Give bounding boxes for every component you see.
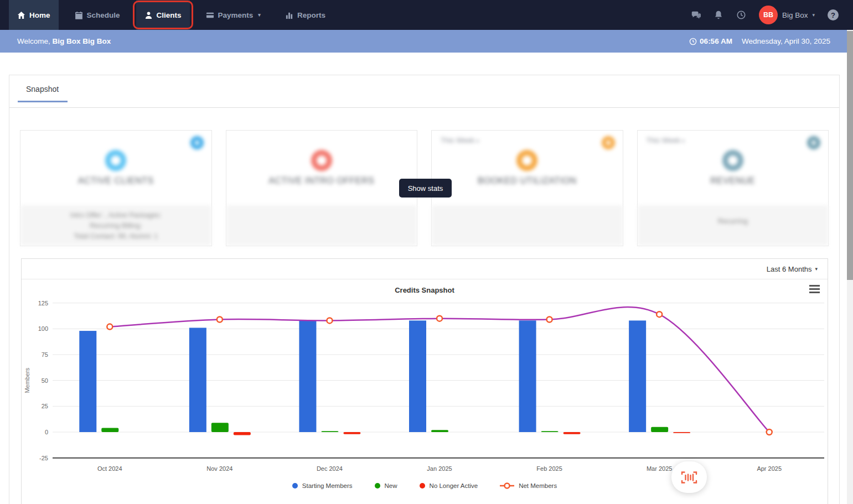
gear-circle-icon[interactable] (190, 136, 204, 149)
bar-no-longer-active[interactable] (564, 432, 581, 434)
credits-snapshot-card: Last 6 Months ▾ Credits Snapshot 1251007… (21, 258, 828, 504)
nav-item-label: Clients (157, 11, 182, 19)
vertical-scrollbar[interactable] (847, 30, 853, 504)
y-axis-tick-label: 25 (42, 403, 48, 409)
barcode-scan-icon (681, 470, 697, 485)
chart-menu-icon[interactable] (809, 285, 820, 295)
y-axis-tick-label: 100 (38, 325, 48, 332)
bar-new[interactable] (321, 431, 338, 432)
nav-item-schedule[interactable]: Schedule (66, 0, 128, 30)
datetime-area: 06:56 AM Wednesday, April 30, 2025 (689, 37, 847, 45)
bar-starting-members[interactable] (299, 320, 316, 432)
x-axis-label: Jan 2025 (427, 465, 452, 472)
donut-chart-icon (516, 150, 537, 171)
active-tab-underline (18, 101, 68, 102)
legend-dot-icon (375, 483, 380, 489)
y-axis-tick-label: 0 (45, 429, 48, 435)
stat-card-revenue[interactable]: This Week ▾ REVENUE Recurring (637, 130, 829, 246)
gear-circle-icon[interactable] (602, 136, 615, 149)
nav-item-label: Schedule (87, 11, 120, 19)
notifications-bell-icon[interactable] (714, 10, 723, 20)
legend-label: New (385, 482, 397, 489)
chevron-down-icon: ▾ (682, 138, 685, 144)
x-axis-label: Apr 2025 (757, 465, 782, 472)
clock-icon (689, 38, 697, 45)
net-members-marker[interactable] (547, 317, 552, 323)
legend-dot-icon (420, 483, 425, 489)
bar-no-longer-active[interactable] (343, 432, 360, 434)
bar-no-longer-active[interactable] (234, 432, 251, 435)
bar-no-longer-active[interactable] (673, 432, 690, 433)
bar-starting-members[interactable] (519, 320, 536, 432)
net-members-marker[interactable] (656, 311, 662, 317)
avatar[interactable]: BB (759, 6, 778, 24)
y-axis-tick-label: -25 (39, 455, 48, 461)
clock-history-icon[interactable] (736, 10, 746, 20)
period-selector[interactable]: This Week ▾ (647, 136, 685, 144)
chevron-down-icon: ▾ (477, 138, 479, 144)
y-axis-tick-label: 125 (38, 300, 48, 306)
bar-new[interactable] (431, 430, 448, 432)
x-axis-label: Feb 2025 (536, 465, 562, 472)
bar-starting-members[interactable] (629, 320, 646, 432)
account-name: Big Box (782, 11, 808, 19)
footer-line: Recurring Billing: (20, 221, 211, 231)
dashboard-panel: Snapshot ACTIVE CLIENTS Intro Offer: , A… (9, 75, 840, 504)
net-members-marker[interactable] (107, 324, 112, 330)
bar-new[interactable] (101, 428, 118, 432)
bar-starting-members[interactable] (79, 331, 96, 432)
nav-item-clients[interactable]: Clients (136, 0, 190, 30)
legend-line-marker-icon (500, 482, 514, 489)
net-members-marker[interactable] (767, 429, 772, 435)
nav-item-payments[interactable]: Payments ▾ (198, 0, 269, 30)
stat-card-title: BOOKED UTILIZATION (478, 176, 577, 186)
net-members-marker[interactable] (217, 317, 223, 323)
legend-label: Starting Members (302, 482, 353, 489)
net-members-marker[interactable] (327, 318, 332, 323)
stat-card-title: REVENUE (710, 176, 755, 186)
x-axis-label: Dec 2024 (317, 465, 343, 472)
current-time: 06:56 AM (689, 37, 732, 45)
gear-circle-icon[interactable] (807, 136, 820, 149)
legend-label: No Longer Active (430, 482, 478, 489)
current-date: Wednesday, April 30, 2025 (742, 37, 830, 45)
period-selector[interactable]: This Week ▾ (441, 136, 479, 144)
chevron-down-icon: ▾ (258, 12, 261, 18)
net-members-marker[interactable] (437, 316, 442, 321)
legend-dot-icon (292, 483, 298, 489)
help-icon[interactable]: ? (828, 9, 839, 20)
nav-item-reports[interactable]: Reports (277, 0, 334, 30)
footer-line: Total Contact: 99, Alumni: 1 (20, 231, 211, 242)
bar-new[interactable] (541, 431, 559, 432)
chart-card-header: Last 6 Months ▾ (22, 259, 828, 279)
nav-item-home[interactable]: Home (9, 0, 59, 30)
x-axis-label: Mar 2025 (647, 465, 672, 472)
account-menu[interactable]: BB Big Box ▾ (759, 6, 815, 24)
bar-new[interactable] (211, 423, 229, 432)
barcode-scan-fab[interactable] (671, 461, 707, 493)
welcome-message: Welcome, Big Box Big Box (0, 37, 111, 45)
donut-chart-icon (722, 150, 743, 171)
bar-chart-icon (285, 11, 293, 19)
bar-starting-members[interactable] (189, 328, 206, 432)
stat-card-title: ACTIVE CLIENTS (78, 176, 154, 186)
legend-item-no-longer-active[interactable]: No Longer Active (420, 482, 478, 489)
legend-label: Net Members (519, 482, 557, 489)
legend-item-starting-members[interactable]: Starting Members (292, 482, 353, 489)
home-icon (17, 11, 25, 19)
messages-icon[interactable] (691, 10, 701, 20)
x-axis-label: Oct 2024 (97, 465, 122, 472)
stat-card-active-clients[interactable]: ACTIVE CLIENTS Intro Offer: , Active Pac… (20, 130, 212, 246)
stat-card-active-intro-offers[interactable]: ACTIVE INTRO OFFERS (226, 130, 418, 246)
legend-item-new[interactable]: New (375, 482, 397, 489)
bar-new[interactable] (651, 427, 668, 432)
legend-item-net-members[interactable]: Net Members (500, 482, 557, 489)
tab-snapshot[interactable]: Snapshot (26, 85, 59, 93)
stat-card-booked-utilization[interactable]: This Week ▾ BOOKED UTILIZATION (431, 130, 623, 246)
welcome-user-name: Big Box Big Box (53, 37, 111, 45)
range-dropdown[interactable]: Last 6 Months ▾ (767, 265, 818, 273)
scrollbar-thumb[interactable] (847, 31, 853, 280)
bar-starting-members[interactable] (409, 320, 426, 432)
show-stats-button[interactable]: Show stats (399, 179, 452, 198)
chevron-down-icon: ▾ (812, 12, 815, 18)
